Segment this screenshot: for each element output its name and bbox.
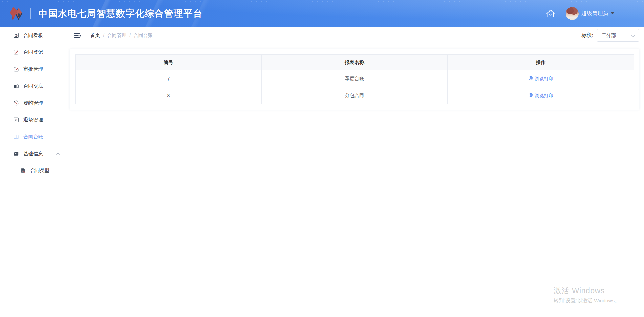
sidebar-item-label: 退场管理 [23, 117, 43, 123]
app-title: 中国水电七局智慧数字化综合管理平台 [39, 7, 203, 20]
sidebar-item-approval-manage[interactable]: 审批管理 [0, 61, 65, 77]
section-select[interactable]: 二分部 [597, 29, 639, 42]
browse-print-label: 浏览打印 [535, 76, 553, 82]
cell-action: 浏览打印 [448, 87, 634, 104]
watermark-subtitle: 转到“设置”以激活 Windows。 [554, 298, 620, 304]
browse-print-link[interactable]: 浏览打印 [528, 76, 553, 82]
header-dotted-texture [0, 1, 644, 3]
app-header: 中国水电七局智慧数字化综合管理平台 超级管理员 [0, 0, 644, 27]
sidebar-item-label: 合同类型 [30, 167, 49, 174]
home-icon[interactable] [545, 9, 556, 18]
sidebar-item-contract-ledger[interactable]: 合同台账 [0, 128, 65, 145]
breadcrumb-separator: / [103, 33, 104, 38]
contract-register-icon [13, 49, 19, 55]
sidebar-item-contract-dashboard[interactable]: 合同看板 [0, 27, 65, 44]
contract-ledger-icon [13, 134, 19, 140]
app-logo-icon [9, 5, 25, 21]
sidebar-item-exit-manage[interactable]: 退场管理 [0, 111, 65, 128]
sidebar-item-contract-type[interactable]: 合同类型 [0, 162, 65, 179]
column-header-action: 操作 [448, 55, 634, 70]
sidebar-item-label: 合同台账 [23, 134, 43, 140]
caret-down-icon [611, 12, 614, 16]
table-row: 7 季度台账 浏览打印 [76, 70, 634, 87]
sidebar-item-contract-register[interactable]: 合同登记 [0, 44, 65, 61]
sidebar-item-label: 合同登记 [23, 49, 43, 55]
cell-action: 浏览打印 [448, 70, 634, 87]
cell-report-name: 季度台账 [261, 70, 448, 87]
sidebar-submenu-basic-info: 合同类型 [0, 162, 65, 179]
performance-manage-icon [13, 100, 19, 106]
section-filter: 标段: 二分部 [582, 29, 639, 42]
breadcrumb-item-contract-manage: 合同管理 [107, 32, 126, 39]
chevron-up-icon [56, 152, 60, 155]
avatar[interactable] [566, 7, 579, 20]
document-icon [20, 167, 26, 174]
table-row: 8 分包合同 浏览打印 [76, 87, 634, 104]
header-divider [30, 8, 31, 19]
contract-dashboard-icon [13, 32, 19, 38]
browse-print-label: 浏览打印 [535, 93, 553, 99]
column-header-report-name: 报表名称 [261, 55, 448, 70]
menu-fold-icon[interactable] [74, 32, 81, 39]
sidebar: 合同看板 合同登记 审批管理 合同交底 履约管理 退场管理 合同 [0, 27, 65, 317]
section-select-value: 二分部 [602, 32, 616, 39]
section-filter-label: 标段: [582, 32, 593, 39]
approval-manage-icon [13, 66, 19, 72]
sidebar-item-label: 履约管理 [23, 100, 43, 106]
user-menu[interactable]: 超级管理员 [581, 10, 614, 17]
browse-print-link[interactable]: 浏览打印 [528, 93, 553, 99]
breadcrumb-separator: / [129, 33, 131, 38]
watermark-title: 激活 Windows [554, 286, 620, 296]
breadcrumb-item-contract-ledger: 合同台账 [134, 32, 153, 39]
toolbar: 首页 / 合同管理 / 合同台账 标段: 二分部 [65, 27, 644, 44]
sidebar-item-contract-disclosure[interactable]: 合同交底 [0, 77, 65, 94]
sidebar-item-label: 合同看板 [23, 32, 43, 39]
cell-report-name: 分包合同 [261, 87, 448, 104]
chevron-down-icon [631, 33, 635, 38]
exit-manage-icon [13, 117, 19, 123]
sidebar-item-label: 审批管理 [23, 66, 43, 72]
column-header-id: 编号 [76, 55, 262, 70]
eye-icon [528, 76, 533, 81]
windows-activation-watermark: 激活 Windows 转到“设置”以激活 Windows。 [554, 286, 620, 304]
contract-disclosure-icon [13, 83, 19, 89]
main-content: 首页 / 合同管理 / 合同台账 标段: 二分部 编号 报表名称 操作 [65, 27, 644, 317]
cell-id: 7 [76, 70, 262, 87]
cell-id: 8 [76, 87, 262, 104]
eye-icon [528, 93, 533, 98]
table-header-row: 编号 报表名称 操作 [76, 55, 634, 70]
breadcrumb: 首页 / 合同管理 / 合同台账 [90, 32, 153, 39]
user-name: 超级管理员 [581, 10, 608, 17]
sidebar-item-performance-manage[interactable]: 履约管理 [0, 94, 65, 111]
breadcrumb-item-home[interactable]: 首页 [90, 32, 100, 39]
header-right-group: 超级管理员 [545, 7, 614, 20]
ledger-table: 编号 报表名称 操作 7 季度台账 浏览打印 [75, 54, 634, 104]
ledger-table-card: 编号 报表名称 操作 7 季度台账 浏览打印 [70, 49, 639, 110]
sidebar-item-label: 基础信息 [23, 151, 43, 157]
sidebar-item-basic-info[interactable]: 基础信息 [0, 145, 65, 162]
sidebar-item-label: 合同交底 [23, 83, 43, 89]
mail-icon [13, 151, 19, 157]
